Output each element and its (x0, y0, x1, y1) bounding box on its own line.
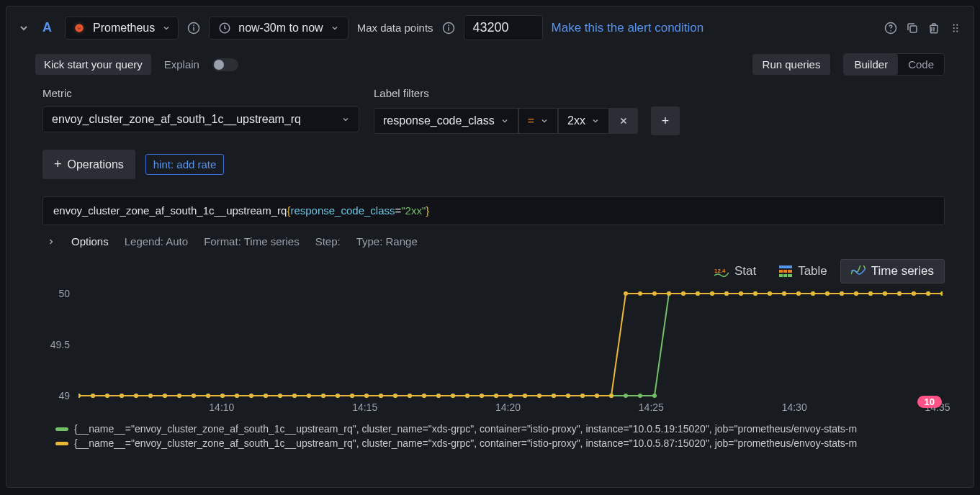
filter-value-select[interactable]: 2xx (558, 108, 609, 134)
data-point[interactable] (710, 291, 714, 296)
legend-item[interactable]: {__name__="envoy_cluster_zone_af_south_1… (55, 422, 945, 436)
data-point[interactable] (206, 394, 210, 398)
query-header: A Prometheus now-30m to now Max data poi… (6, 6, 974, 49)
kick-start-button[interactable]: Kick start your query (35, 54, 151, 75)
filter-key-select[interactable]: response_code_class (374, 108, 518, 134)
drag-handle-icon[interactable] (949, 22, 962, 35)
data-point[interactable] (537, 394, 541, 398)
make-alert-condition-link[interactable]: Make this the alert condition (552, 21, 704, 35)
data-point[interactable] (494, 394, 498, 398)
data-point[interactable] (638, 291, 642, 296)
filter-remove-button[interactable] (609, 108, 638, 134)
data-point[interactable] (940, 291, 943, 296)
data-point[interactable] (681, 291, 685, 296)
data-point[interactable] (652, 394, 657, 398)
data-point[interactable] (883, 291, 887, 296)
run-queries-button[interactable]: Run queries (752, 54, 831, 75)
data-point[interactable] (307, 394, 311, 398)
copy-icon[interactable] (906, 22, 919, 35)
data-point[interactable] (148, 394, 153, 398)
data-point[interactable] (667, 291, 671, 296)
code-mode-button[interactable]: Code (898, 54, 944, 75)
data-point[interactable] (163, 394, 167, 398)
data-point[interactable] (580, 394, 585, 398)
data-point[interactable] (177, 394, 181, 398)
options-title[interactable]: Options (71, 235, 109, 247)
data-point[interactable] (912, 291, 916, 296)
chevron-right-icon[interactable] (47, 237, 55, 246)
data-point[interactable] (465, 394, 469, 398)
legend-item[interactable]: {__name__="envoy_cluster_zone_af_south_1… (55, 436, 945, 450)
data-point[interactable] (696, 291, 700, 296)
max-data-points-input[interactable] (464, 15, 543, 40)
datasource-picker[interactable]: Prometheus (65, 17, 179, 40)
data-point[interactable] (364, 394, 369, 398)
add-filter-button[interactable]: + (651, 106, 680, 135)
data-point[interactable] (422, 394, 426, 398)
data-point[interactable] (220, 394, 225, 398)
data-point[interactable] (724, 291, 729, 296)
query-letter[interactable]: A (38, 20, 56, 35)
time-series-view-button[interactable]: Time series (840, 259, 945, 283)
stat-view-button[interactable]: 12.4 Stat (704, 259, 766, 283)
data-point[interactable] (292, 394, 297, 398)
plot[interactable] (78, 291, 943, 399)
data-point[interactable] (408, 394, 412, 398)
data-point[interactable] (249, 394, 253, 398)
data-point[interactable] (854, 291, 858, 296)
data-point[interactable] (480, 394, 484, 398)
data-point[interactable] (350, 394, 354, 398)
data-point[interactable] (379, 394, 383, 398)
data-point[interactable] (552, 394, 556, 398)
data-point[interactable] (120, 394, 124, 398)
data-point[interactable] (192, 394, 196, 398)
data-point[interactable] (753, 291, 758, 296)
data-point[interactable] (897, 291, 902, 296)
options-row: Options Legend: Auto Format: Time series… (42, 225, 945, 250)
metric-select[interactable]: envoy_cluster_zone_af_south_1c__upstream… (42, 106, 359, 132)
chevron-down-icon[interactable] (18, 22, 30, 34)
data-point[interactable] (811, 291, 815, 296)
data-point[interactable] (840, 291, 844, 296)
data-point[interactable] (868, 291, 873, 296)
data-point[interactable] (768, 291, 772, 296)
info-icon[interactable] (187, 22, 200, 35)
data-point[interactable] (566, 394, 570, 398)
data-point[interactable] (278, 394, 282, 398)
data-point[interactable] (451, 394, 455, 398)
time-range-picker[interactable]: now-30m to now (209, 17, 348, 40)
data-point[interactable] (393, 394, 397, 398)
data-point[interactable] (926, 291, 930, 296)
builder-mode-button[interactable]: Builder (844, 54, 898, 75)
info-icon[interactable] (442, 22, 455, 35)
data-point[interactable] (508, 394, 513, 398)
data-point[interactable] (523, 394, 527, 398)
table-view-button[interactable]: Table (769, 259, 837, 283)
help-icon[interactable] (884, 22, 897, 35)
data-point[interactable] (336, 394, 340, 398)
data-point[interactable] (78, 394, 81, 398)
data-point[interactable] (134, 394, 138, 398)
filter-op-select[interactable]: = (518, 108, 558, 134)
hint-add-rate[interactable]: hint: add rate (145, 154, 225, 175)
explain-toggle[interactable] (212, 58, 238, 71)
data-point[interactable] (624, 394, 628, 398)
data-point[interactable] (235, 394, 239, 398)
data-point[interactable] (609, 394, 613, 398)
exemplar-badge[interactable]: 10 (917, 396, 942, 408)
data-point[interactable] (436, 394, 441, 398)
data-point[interactable] (321, 394, 325, 398)
data-point[interactable] (624, 291, 628, 296)
data-point[interactable] (105, 394, 109, 398)
data-point[interactable] (796, 291, 801, 296)
data-point[interactable] (652, 291, 657, 296)
operations-button[interactable]: + Operations (42, 150, 135, 179)
data-point[interactable] (825, 291, 830, 296)
data-point[interactable] (739, 291, 743, 296)
data-point[interactable] (595, 394, 599, 398)
data-point[interactable] (782, 291, 786, 296)
data-point[interactable] (264, 394, 268, 398)
data-point[interactable] (638, 394, 642, 398)
trash-icon[interactable] (927, 22, 940, 35)
data-point[interactable] (91, 394, 95, 398)
